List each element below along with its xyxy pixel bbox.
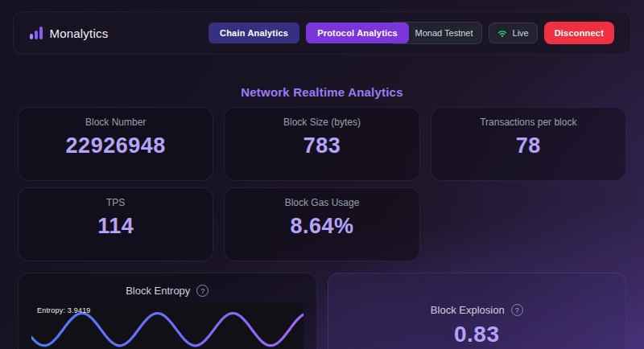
main-content: Network Realtime Analytics Block Number … [0,85,644,349]
brand: Monalytics [30,27,108,40]
explosion-panel-header: Block Explosion ? [431,304,523,316]
entropy-current-value: Entropy: 3.9419 [37,306,91,314]
page-title: Network Realtime Analytics [0,85,644,99]
stat-value: 114 [97,214,134,239]
stat-card-tps: TPS 114 [18,187,213,261]
stat-label: Block Size (bytes) [283,117,361,128]
stat-card-block-size: Block Size (bytes) 783 [224,107,419,181]
stat-card-gas-usage: Block Gas Usage 8.64% [224,187,419,261]
wifi-icon [497,29,507,38]
nav-tabs: Chain Analytics Protocol Analytics [208,23,409,43]
block-entropy-panel: Block Entropy ? Entropy: 3.9419 [18,273,317,349]
live-status-badge: Live [489,23,538,43]
stat-label: Block Gas Usage [285,197,360,208]
stat-label: Transactions per block [480,117,576,128]
stat-value: 78 [516,133,541,158]
disconnect-button[interactable]: Disconnect [544,22,614,44]
entropy-panel-title: Block Entropy [126,285,190,297]
bottom-panels: Block Entropy ? Entropy: 3.9419 [18,273,626,349]
stat-label: Block Number [85,117,146,128]
chain-analytics-button[interactable]: Chain Analytics [208,23,299,43]
block-explosion-panel: Block Explosion ? 0.83 [328,273,627,349]
explosion-value: 0.83 [454,322,500,347]
network-chip-label: Monad Testnet [415,28,473,38]
help-icon[interactable]: ? [196,285,208,297]
stats-grid: Block Number 22926948 Block Size (bytes)… [18,107,626,261]
stat-value: 8.64% [290,214,353,239]
stat-value: 783 [303,133,341,158]
explosion-panel-title: Block Explosion [431,304,505,316]
stat-value: 22926948 [66,133,166,158]
top-navbar: Monalytics Chain Analytics Protocol Anal… [13,11,631,55]
brand-name: Monalytics [50,27,109,40]
help-icon[interactable]: ? [511,304,523,316]
stat-label: TPS [106,197,125,208]
navbar-right: Monad Testnet Live Disconnect [390,22,614,44]
stat-card-block-number: Block Number 22926948 [18,107,213,181]
live-badge-label: Live [513,28,529,38]
entropy-chart: Entropy: 3.9419 [31,303,303,349]
protocol-analytics-button[interactable]: Protocol Analytics [306,23,409,43]
stat-card-transactions: Transactions per block 78 [431,107,626,181]
entropy-panel-header: Block Entropy ? [31,285,303,297]
bar-chart-logo-icon [30,27,43,39]
